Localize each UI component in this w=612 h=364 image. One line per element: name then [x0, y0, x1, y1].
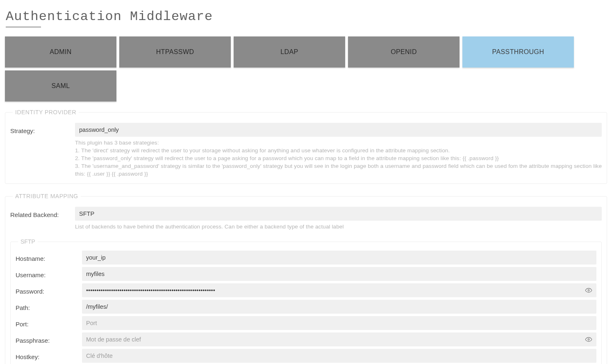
related-backend-label: Related Backend:: [10, 210, 75, 218]
hostkey-label: Hostkey:: [16, 352, 82, 360]
tab-htpasswd[interactable]: HTPASSWD: [119, 36, 231, 68]
password-row: Password:: [16, 283, 596, 297]
path-input[interactable]: [82, 300, 596, 314]
tab-ldap[interactable]: LDAP: [234, 36, 345, 68]
hostname-label: Hostname:: [16, 253, 82, 262]
password-label: Password:: [16, 286, 82, 295]
svg-point-1: [588, 339, 589, 340]
strategy-label: Strategy:: [10, 126, 75, 134]
port-row: Port:: [16, 316, 596, 330]
attribute-mapping-help: List of backends to have behind the auth…: [75, 223, 602, 231]
hostname-input[interactable]: [82, 251, 596, 265]
password-input[interactable]: [82, 283, 596, 297]
tab-saml[interactable]: SAML: [5, 70, 116, 102]
passphrase-label: Passphrase:: [16, 335, 82, 344]
identity-provider-section: IDENTITY PROVIDER Strategy: This plugin …: [5, 109, 607, 184]
username-input[interactable]: [82, 267, 596, 281]
username-label: Username:: [16, 270, 82, 278]
tab-openid[interactable]: OPENID: [348, 36, 460, 68]
port-input[interactable]: [82, 316, 596, 330]
tab-admin[interactable]: ADMIN: [5, 36, 116, 68]
page-title: Authentication Middleware: [6, 9, 607, 24]
attribute-mapping-section: ATTRIBUTE MAPPING Related Backend: List …: [5, 193, 607, 364]
tabs: ADMIN HTPASSWD LDAP OPENID PASSTHROUGH S…: [5, 36, 607, 102]
title-underline: [6, 27, 41, 27]
passphrase-input[interactable]: [82, 332, 596, 346]
path-row: Path:: [16, 300, 596, 314]
identity-provider-legend: IDENTITY PROVIDER: [13, 109, 79, 115]
hostname-row: Hostname:: [16, 251, 596, 265]
eye-icon[interactable]: [584, 335, 593, 344]
hostkey-input[interactable]: [82, 349, 596, 363]
identity-provider-help: This plugin has 3 base strategies: 1. Th…: [75, 139, 602, 178]
strategy-input[interactable]: [75, 123, 602, 137]
related-backend-row: Related Backend:: [10, 207, 602, 221]
related-backend-input[interactable]: [75, 207, 602, 221]
hostkey-row: Hostkey:: [16, 349, 596, 363]
attribute-mapping-legend: ATTRIBUTE MAPPING: [13, 193, 81, 199]
strategy-row: Strategy:: [10, 123, 602, 137]
eye-icon[interactable]: [584, 286, 593, 295]
username-row: Username:: [16, 267, 596, 281]
path-label: Path:: [16, 303, 82, 311]
port-label: Port:: [16, 319, 82, 328]
sftp-section: SFTP Hostname: Username: Password: Path: [10, 238, 602, 364]
svg-point-0: [588, 289, 589, 291]
passphrase-row: Passphrase:: [16, 332, 596, 346]
sftp-legend: SFTP: [18, 238, 38, 245]
tab-passthrough[interactable]: PASSTHROUGH: [462, 36, 574, 68]
